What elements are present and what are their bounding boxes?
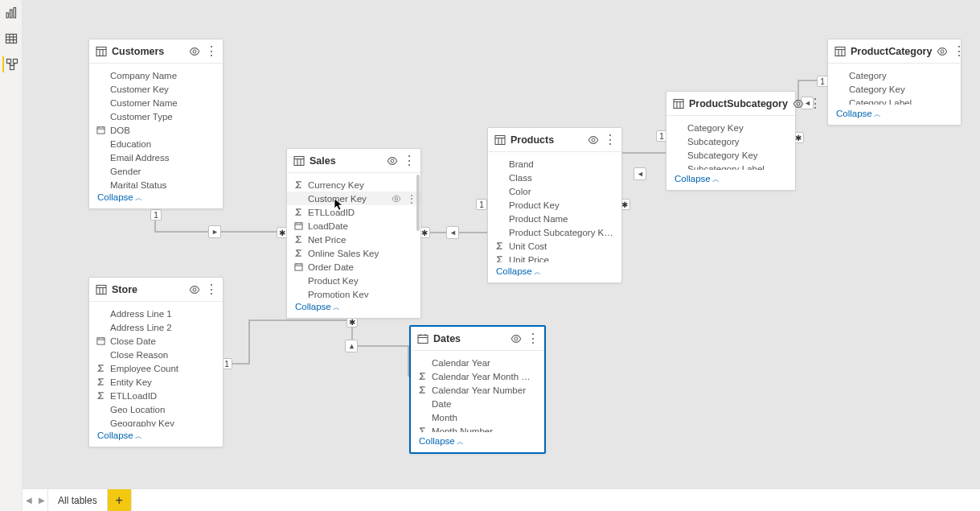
- table-header[interactable]: Customers ⋮: [89, 39, 223, 64]
- field-row[interactable]: ETLLoadID: [89, 389, 223, 402]
- field-row[interactable]: Unit Cost: [488, 239, 621, 253]
- collapse-link[interactable]: Collapse︿: [295, 302, 340, 311]
- table-icon: [96, 46, 107, 57]
- more-icon[interactable]: ⋮: [403, 156, 414, 166]
- table-header[interactable]: Sales ⋮: [287, 149, 420, 173]
- field-row[interactable]: Net Price: [287, 233, 420, 246]
- collapse-link[interactable]: Collapse︿: [419, 436, 464, 446]
- field-row[interactable]: Calendar Year: [411, 356, 544, 369]
- field-row[interactable]: Address Line 2: [89, 320, 223, 334]
- field-row[interactable]: Category Key: [666, 121, 795, 134]
- visibility-icon[interactable]: [387, 155, 398, 167]
- visibility-icon[interactable]: [189, 284, 200, 295]
- data-view-icon[interactable]: [3, 31, 19, 47]
- field-row[interactable]: Product Key: [488, 198, 621, 212]
- field-label: Product Key: [308, 276, 412, 286]
- field-row[interactable]: Unit Price: [488, 253, 621, 262]
- table-header[interactable]: Store ⋮: [89, 278, 223, 302]
- field-row[interactable]: Month Number: [411, 424, 544, 432]
- field-row[interactable]: Date: [411, 397, 544, 410]
- more-icon[interactable]: ⋮: [527, 334, 538, 344]
- table-customers[interactable]: Customers ⋮ Company NameCustomer KeyCust…: [88, 39, 223, 209]
- table-header[interactable]: Dates ⋮: [411, 327, 544, 351]
- tab-prev[interactable]: ◀: [23, 489, 35, 511]
- field-row[interactable]: Category: [828, 68, 961, 82]
- field-row[interactable]: Entity Key: [89, 375, 223, 389]
- field-row[interactable]: Email Address: [89, 150, 223, 164]
- more-icon[interactable]: ⋮: [205, 285, 216, 295]
- more-icon[interactable]: ⋮: [953, 47, 964, 56]
- field-row[interactable]: Marital Status: [89, 178, 223, 188]
- table-productcategory[interactable]: ProductCategory ⋮ CategoryCategory KeyCa…: [827, 39, 962, 126]
- sigma-icon: [417, 385, 427, 395]
- collapse-link[interactable]: Collapse︿: [496, 266, 541, 276]
- field-row[interactable]: Category Label: [828, 96, 961, 105]
- field-row[interactable]: Customer Key⋮: [287, 192, 420, 205]
- field-row[interactable]: Close Date: [89, 334, 223, 348]
- model-canvas[interactable]: 1 ✱ 1 ✱ ✱ 1 ✱ 1 ✱ 1 Customers ⋮ Company …: [23, 0, 980, 488]
- table-store[interactable]: Store ⋮ Address Line 1Address Line 2Clos…: [88, 277, 223, 447]
- field-row[interactable]: Company Name: [89, 68, 223, 82]
- visibility-icon[interactable]: [189, 46, 200, 57]
- collapse-link[interactable]: Collapse︿: [675, 174, 720, 183]
- field-row[interactable]: Geo Location: [89, 402, 223, 416]
- field-row[interactable]: LoadDate: [287, 219, 420, 233]
- table-header[interactable]: Products ⋮: [488, 128, 621, 152]
- add-tab-button[interactable]: +: [108, 489, 132, 511]
- visibility-icon[interactable]: [937, 46, 948, 57]
- table-dates[interactable]: Dates ⋮ Calendar YearCalendar Year Month…: [409, 325, 546, 454]
- visibility-icon[interactable]: [793, 98, 804, 109]
- model-view-icon[interactable]: [2, 56, 18, 72]
- field-row[interactable]: DOB: [89, 123, 223, 137]
- field-row[interactable]: Gender: [89, 164, 223, 178]
- field-row[interactable]: Subcategory Label: [666, 162, 795, 170]
- field-row[interactable]: Subcategory: [666, 134, 795, 148]
- tab-all-tables[interactable]: All tables: [48, 489, 108, 511]
- field-row[interactable]: Product Key: [287, 274, 420, 287]
- field-row[interactable]: Color: [488, 184, 621, 198]
- more-icon[interactable]: ⋮: [809, 99, 820, 109]
- tab-next[interactable]: ▶: [35, 489, 48, 511]
- visibility-icon[interactable]: [588, 134, 599, 146]
- table-productsubcategory[interactable]: ProductSubcategory ⋮ Category KeySubcate…: [666, 91, 796, 191]
- field-row[interactable]: Brand: [488, 157, 621, 171]
- more-icon[interactable]: ⋮: [406, 195, 412, 203]
- field-row[interactable]: Employee Count: [89, 361, 223, 375]
- field-row[interactable]: Calendar Year Month Number: [411, 369, 544, 383]
- field-label: DOB: [110, 126, 215, 135]
- field-row[interactable]: ETLLoadID: [287, 205, 420, 219]
- field-row[interactable]: Customer Type: [89, 109, 223, 123]
- report-view-icon[interactable]: [3, 5, 19, 21]
- table-header[interactable]: ProductCategory ⋮: [828, 39, 961, 64]
- field-row[interactable]: Online Sales Key: [287, 246, 420, 260]
- collapse-link[interactable]: Collapse︿: [97, 431, 142, 440]
- more-icon[interactable]: ⋮: [205, 47, 216, 56]
- collapse-link[interactable]: Collapse︿: [836, 109, 881, 118]
- table-products[interactable]: Products ⋮ BrandClassColorProduct KeyPro…: [487, 127, 622, 283]
- svg-rect-2: [14, 8, 16, 19]
- field-row[interactable]: Address Line 1: [89, 307, 223, 320]
- field-row[interactable]: Subcategory Key: [666, 148, 795, 162]
- field-row[interactable]: Geography Key: [89, 416, 223, 427]
- field-row[interactable]: Education: [89, 137, 223, 150]
- field-row[interactable]: Product Name: [488, 212, 621, 225]
- field-row[interactable]: Category Key: [828, 82, 961, 96]
- field-row[interactable]: Close Reason: [89, 348, 223, 361]
- field-row[interactable]: Class: [488, 171, 621, 184]
- more-icon[interactable]: ⋮: [604, 135, 615, 145]
- visibility-icon[interactable]: [511, 333, 522, 344]
- field-row[interactable]: Customer Name: [89, 96, 223, 109]
- cardinality-one: 1: [150, 209, 162, 220]
- collapse-link[interactable]: Collapse︿: [97, 192, 142, 202]
- field-row[interactable]: Month: [411, 410, 544, 424]
- field-row[interactable]: Customer Key: [89, 82, 223, 96]
- table-sales[interactable]: Sales ⋮ Currency KeyCustomer Key⋮ETLLoad…: [286, 148, 421, 319]
- field-row[interactable]: Promotion Key: [287, 287, 420, 298]
- field-label: Product Name: [509, 214, 613, 224]
- field-row[interactable]: Order Date: [287, 260, 420, 274]
- visibility-icon[interactable]: [392, 194, 401, 204]
- table-header[interactable]: ProductSubcategory ⋮: [666, 92, 795, 116]
- field-row[interactable]: Product Subcategory Key: [488, 225, 621, 239]
- field-row[interactable]: Calendar Year Number: [411, 383, 544, 397]
- field-row[interactable]: Currency Key: [287, 178, 420, 192]
